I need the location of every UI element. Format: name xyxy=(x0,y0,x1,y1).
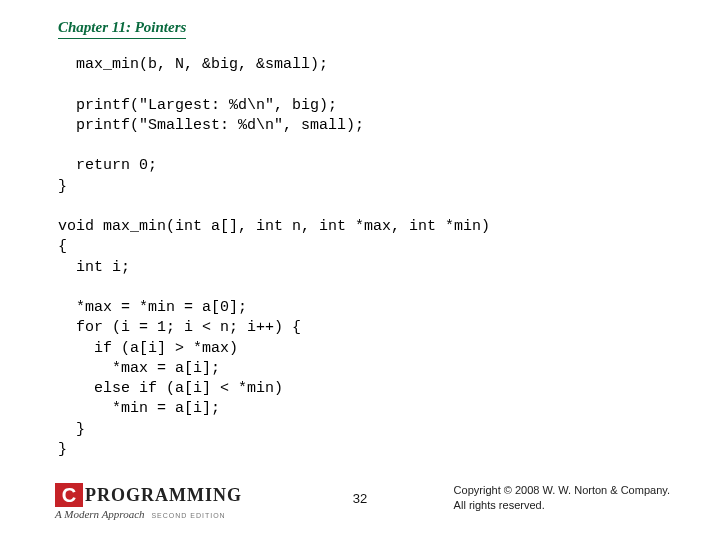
slide: Chapter 11: Pointers max_min(b, N, &big,… xyxy=(0,0,720,540)
footer: C PROGRAMMING A Modern Approach SECOND E… xyxy=(0,470,720,520)
copyright-line-1: Copyright © 2008 W. W. Norton & Company. xyxy=(454,484,670,496)
copyright-line-2: All rights reserved. xyxy=(454,499,545,511)
logo-edition: SECOND EDITION xyxy=(151,512,225,519)
logo-subtitle: A Modern Approach SECOND EDITION xyxy=(55,508,242,520)
logo-subtitle-text: A Modern Approach xyxy=(55,508,145,520)
code-block: max_min(b, N, &big, &small); printf("Lar… xyxy=(58,55,670,460)
chapter-heading: Chapter 11: Pointers xyxy=(58,19,186,39)
copyright: Copyright © 2008 W. W. Norton & Company.… xyxy=(454,483,670,512)
